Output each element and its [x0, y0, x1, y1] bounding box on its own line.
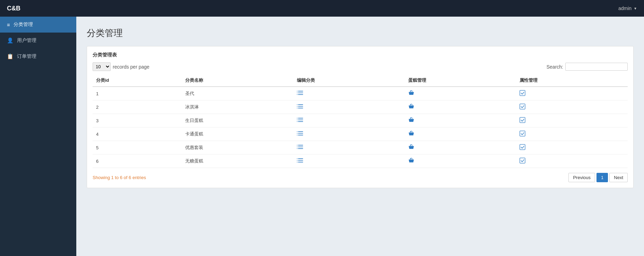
col-header-name: 分类名称 — [182, 74, 293, 87]
brand-logo: C&B — [7, 5, 20, 12]
search-label: Search: — [547, 64, 563, 70]
sidebar-item-category[interactable]: ≡ 分类管理 — [0, 17, 76, 33]
cell-attr[interactable] — [516, 114, 628, 127]
attr-manage-button[interactable] — [520, 131, 525, 138]
edit-list-button[interactable] — [297, 104, 303, 111]
cake-manage-button[interactable] — [408, 90, 414, 97]
sidebar-item-user[interactable]: 👤 用户管理 — [0, 33, 76, 48]
edit-list-button[interactable] — [297, 117, 303, 124]
svg-rect-35 — [297, 145, 298, 145]
sidebar-item-label: 分类管理 — [14, 21, 33, 28]
svg-rect-31 — [520, 131, 525, 136]
svg-rect-9 — [298, 106, 303, 107]
cell-cake[interactable] — [405, 114, 516, 127]
svg-rect-26 — [298, 135, 303, 135]
edit-list-button[interactable] — [297, 90, 303, 97]
list-icon: ≡ — [7, 22, 10, 28]
attr-manage-button[interactable] — [520, 158, 525, 165]
cake-manage-button[interactable] — [408, 130, 414, 138]
cell-attr[interactable] — [516, 155, 628, 168]
cell-attr[interactable] — [516, 141, 628, 155]
table-row: 3 生日蛋糕 — [93, 114, 628, 127]
svg-rect-41 — [298, 160, 303, 161]
page-title: 分类管理 — [87, 27, 634, 39]
records-per-page-label: records per page — [113, 64, 149, 70]
records-per-page-select[interactable]: 10 25 50 100 — [93, 62, 111, 71]
cell-cake[interactable] — [405, 100, 516, 114]
search-box: Search: — [547, 63, 628, 71]
category-table: 分类id 分类名称 编辑分类 蛋糕管理 属性管理 1 圣代 — [93, 74, 628, 168]
svg-rect-42 — [298, 162, 303, 162]
cell-attr[interactable] — [516, 127, 628, 141]
cake-manage-button[interactable] — [408, 157, 414, 165]
cell-name: 生日蛋糕 — [182, 114, 293, 127]
svg-point-14 — [410, 104, 411, 105]
cell-cake[interactable] — [405, 87, 516, 100]
svg-rect-3 — [297, 91, 298, 91]
sidebar-item-label: 订单管理 — [17, 53, 36, 60]
edit-list-button[interactable] — [297, 131, 303, 138]
svg-rect-10 — [298, 108, 303, 108]
main-content: 分类管理 分类管理表 10 25 50 100 records per page… — [76, 17, 644, 256]
svg-rect-27 — [297, 131, 298, 132]
svg-rect-21 — [297, 121, 298, 122]
cell-edit[interactable] — [293, 100, 405, 114]
attr-manage-button[interactable] — [520, 144, 525, 151]
svg-rect-40 — [298, 158, 303, 159]
cell-cake[interactable] — [405, 141, 516, 155]
cell-edit[interactable] — [293, 127, 405, 141]
table-header-row: 分类id 分类名称 编辑分类 蛋糕管理 属性管理 — [93, 74, 628, 87]
cell-attr[interactable] — [516, 100, 628, 114]
card-title: 分类管理表 — [93, 52, 628, 58]
pagination: Previous 1 Next — [568, 173, 628, 182]
svg-rect-11 — [297, 104, 298, 105]
top-navbar: C&B admin ▼ — [0, 0, 644, 17]
svg-rect-32 — [298, 145, 303, 145]
cell-id: 6 — [93, 155, 182, 168]
svg-rect-36 — [297, 147, 298, 147]
cell-cake[interactable] — [405, 127, 516, 141]
svg-rect-13 — [297, 108, 298, 108]
cell-name: 优惠套装 — [182, 141, 293, 155]
attr-manage-button[interactable] — [520, 117, 525, 124]
svg-rect-47 — [520, 158, 525, 163]
edit-list-button[interactable] — [297, 144, 303, 151]
svg-rect-19 — [297, 118, 298, 118]
svg-point-22 — [410, 118, 411, 118]
table-row: 4 卡通蛋糕 — [93, 127, 628, 141]
previous-button[interactable]: Previous — [568, 173, 595, 182]
cake-manage-button[interactable] — [408, 117, 414, 124]
svg-rect-5 — [297, 94, 298, 95]
svg-rect-4 — [297, 92, 298, 93]
cell-cake[interactable] — [405, 155, 516, 168]
edit-list-button[interactable] — [297, 158, 303, 165]
search-input[interactable] — [565, 63, 628, 71]
order-icon: 📋 — [7, 53, 14, 60]
next-button[interactable]: Next — [609, 173, 628, 182]
cake-manage-button[interactable] — [408, 103, 414, 111]
table-footer: Showing 1 to 6 of 6 entries Previous 1 N… — [93, 173, 628, 182]
svg-rect-2 — [298, 94, 303, 95]
table-row: 6 无糖蛋糕 — [93, 155, 628, 168]
attr-manage-button[interactable] — [520, 104, 525, 111]
svg-rect-37 — [297, 148, 298, 149]
svg-point-38 — [410, 145, 411, 145]
cell-name: 圣代 — [182, 87, 293, 100]
cake-manage-button[interactable] — [408, 144, 414, 151]
sidebar-item-order[interactable]: 📋 订单管理 — [0, 48, 76, 64]
records-per-page-control: 10 25 50 100 records per page — [93, 62, 149, 71]
svg-rect-43 — [297, 158, 298, 159]
table-row: 2 冰淇淋 — [93, 100, 628, 114]
attr-manage-button[interactable] — [520, 90, 525, 97]
svg-rect-25 — [298, 133, 303, 134]
cell-attr[interactable] — [516, 87, 628, 100]
svg-rect-45 — [297, 162, 298, 162]
cell-edit[interactable] — [293, 114, 405, 127]
cell-edit[interactable] — [293, 87, 405, 100]
cell-edit[interactable] — [293, 141, 405, 155]
user-menu[interactable]: admin ▼ — [618, 6, 637, 11]
cell-edit[interactable] — [293, 155, 405, 168]
svg-rect-0 — [298, 91, 303, 91]
svg-rect-7 — [520, 90, 525, 95]
page-1-button[interactable]: 1 — [596, 173, 608, 182]
